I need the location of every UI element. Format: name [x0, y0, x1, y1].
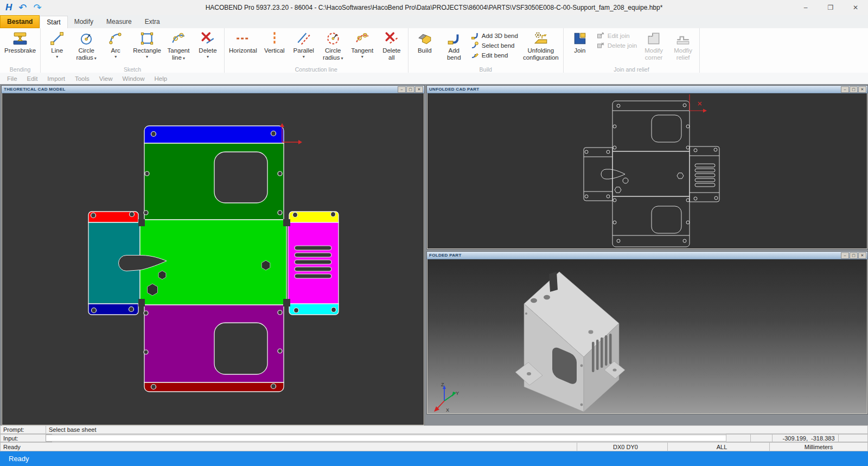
vent-slot [295, 246, 331, 250]
folded-3d-model-drawing: Z Y X [427, 259, 867, 413]
theoretical-cad-model-canvas[interactable] [2, 93, 424, 425]
axis-arrow-icon [298, 140, 302, 144]
ribbon-tabs: StartModifyMeasureExtra [40, 16, 166, 28]
rivet-hole [278, 310, 282, 315]
ribbon-group-join-and-relief: JoinEdit joinDelete joinModifycornerModf… [564, 28, 700, 73]
rivet-hole [130, 212, 135, 217]
vent-slot [295, 267, 331, 271]
panel-close-button[interactable]: ✕ [858, 86, 866, 93]
status-state: Ready [0, 442, 584, 451]
folded-top-notch [549, 272, 558, 292]
join-button[interactable]: Join [565, 29, 595, 55]
ribbon-group-sketch: Line▾Circleradius▾Arc▾Rectangle▾Tangentl… [41, 28, 225, 73]
panel-titlebar-unfolded: UNFOLDED CAD PART – ▢ ✕ [427, 86, 867, 93]
rivet-hole [278, 210, 282, 215]
wireframe-left-flange [584, 148, 612, 201]
folded-foot-hole [527, 372, 531, 375]
folded-part-panel: FOLDED PART – ▢ ✕ [426, 251, 868, 414]
line-button[interactable]: Line▾ [42, 29, 72, 60]
edit-bend-button[interactable]: Edit bend [471, 50, 518, 60]
panel-window-buttons: – ▢ ✕ [398, 86, 423, 93]
unfolding-configuration-button[interactable]: Unfoldingconfiguration [520, 29, 561, 62]
panel-close-button[interactable]: ✕ [415, 86, 423, 93]
rivet-hole [271, 131, 276, 136]
undo-icon[interactable]: ↶ [18, 2, 27, 14]
flat-pattern-drawing [2, 93, 424, 425]
menu-edit[interactable]: Edit [22, 75, 43, 82]
tangent-construction-button[interactable]: Tangent▾ [348, 29, 377, 60]
wireframe-hex-hole [615, 187, 621, 193]
app-logo-icon[interactable]: H [5, 2, 12, 13]
input-row: Input: -309.199, -318.383 [0, 434, 868, 442]
panel-restore-button[interactable]: ▢ [850, 252, 858, 259]
circle-radius-construction-button[interactable]: Circleradius▾ [318, 29, 348, 62]
menu-window[interactable]: Window [118, 75, 150, 82]
tab-start[interactable]: Start [40, 16, 67, 28]
menu-help[interactable]: Help [149, 75, 172, 82]
parallel-button[interactable]: Parallel▾ [289, 29, 318, 60]
tab-extra[interactable]: Extra [138, 16, 167, 28]
rivet-hole [91, 213, 96, 218]
axis-arrow-icon [280, 123, 284, 127]
add-bend-button[interactable]: Addbend [439, 29, 469, 62]
menu-import[interactable]: Import [42, 75, 70, 82]
rivet-hole [293, 213, 298, 218]
pressbrake-button[interactable]: Pressbrake [2, 29, 39, 55]
origin-axis-icon [282, 127, 298, 142]
rivet-hole [271, 384, 276, 389]
panel-close-button[interactable]: ✕ [858, 252, 866, 259]
tangent-line-icon [171, 31, 186, 46]
line-icon [49, 31, 65, 46]
edit-join-icon [597, 31, 605, 40]
panel-window-buttons: – ▢ ✕ [841, 86, 866, 93]
menu-view[interactable]: View [94, 75, 118, 82]
axis-label-x: X [446, 407, 449, 413]
delete-button[interactable]: Delete▾ [193, 29, 222, 60]
panel-cutout [214, 152, 267, 203]
minimize-button[interactable]: – [793, 0, 818, 15]
circle-radius-icon [79, 31, 94, 46]
tab-measure[interactable]: Measure [100, 16, 138, 28]
delete-all-button[interactable]: Deleteall [377, 29, 406, 62]
face-top-flange[interactable] [144, 126, 284, 143]
redo-icon[interactable]: ↷ [33, 2, 41, 14]
panel-restore-button[interactable]: ▢ [850, 86, 858, 93]
restore-button[interactable]: ❐ [818, 0, 843, 15]
unfolded-cad-part-canvas[interactable] [427, 93, 867, 248]
panel-titlebar-folded: FOLDED PART – ▢ ✕ [427, 252, 867, 259]
ribbon-group-build: BuildAddbendAdd 3D bendSelect bendEdit b… [409, 28, 564, 73]
rivet-hole [145, 171, 149, 176]
arc-button[interactable]: Arc▾ [101, 29, 130, 60]
panel-restore-button[interactable]: ▢ [406, 86, 414, 93]
command-input[interactable] [46, 435, 730, 442]
circle-radius-button[interactable]: Circleradius▾ [72, 29, 101, 62]
vertical-button[interactable]: Vertical [260, 29, 289, 55]
panel-minimize-button[interactable]: – [398, 86, 406, 93]
add-3d-bend-button[interactable]: Add 3D bend [471, 31, 518, 40]
status-scope: ALL [667, 442, 776, 451]
rectangle-button[interactable]: Rectangle▾ [130, 29, 164, 60]
panel-titlebar-theoretical: THEORETICAL CAD MODEL – ▢ ✕ [2, 86, 424, 93]
face-bottom-flange[interactable] [144, 382, 284, 392]
close-button[interactable]: ✕ [843, 0, 868, 15]
folded-part-canvas[interactable]: Z Y X [427, 259, 867, 413]
menu-tools[interactable]: Tools [70, 75, 94, 82]
modify-corner-button: Modifycorner [639, 29, 668, 62]
tangent-line-button[interactable]: Tangentline▾ [164, 29, 193, 62]
build-button[interactable]: Build [410, 29, 439, 55]
ribbon-group-label: Bending [0, 66, 40, 73]
panel-minimize-button[interactable]: – [841, 86, 849, 93]
prompt-row: Prompt: Select base sheet [0, 425, 868, 434]
hex-hole [261, 260, 270, 270]
ready-bar: Ready [0, 451, 868, 466]
menu-file[interactable]: File [2, 75, 22, 82]
tab-bestand[interactable]: Bestand [0, 15, 40, 28]
delete-sketch-icon [200, 31, 215, 46]
rectangle-icon [139, 31, 155, 46]
panel-minimize-button[interactable]: – [841, 252, 849, 259]
select-bend-button[interactable]: Select bend [471, 41, 518, 50]
bend-relief-notch [283, 219, 290, 226]
rivet-hole [151, 132, 156, 137]
tab-modify[interactable]: Modify [68, 16, 100, 28]
horizontal-button[interactable]: Horizontal [226, 29, 260, 55]
